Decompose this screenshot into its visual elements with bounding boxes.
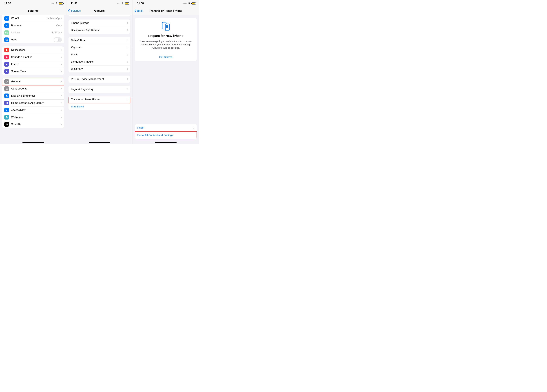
row-label: Bluetooth (11, 24, 56, 27)
home-indicator[interactable] (22, 142, 44, 143)
clock-icon (4, 122, 9, 127)
svg-rect-12 (166, 25, 167, 26)
svg-point-4 (7, 109, 7, 109)
back-label: Settings (71, 9, 81, 12)
row-label: Notifications (11, 48, 61, 52)
chevron-right-icon (127, 22, 128, 24)
row-label: Erase All Content and Settings (137, 134, 195, 137)
group-legal: Legal & Regulatory (68, 86, 130, 93)
row-label: Shut Down (71, 105, 128, 108)
row-sounds[interactable]: Sounds & Haptics (2, 53, 64, 61)
scrollbar[interactable] (132, 47, 132, 97)
row-value: On (56, 24, 60, 27)
back-button[interactable]: Back (134, 7, 143, 15)
row-nfc[interactable]: NFC (68, 15, 130, 16)
accessibility-icon (4, 108, 9, 113)
row-screentime[interactable]: Screen Time (2, 68, 64, 75)
row-label: Background App Refresh (71, 29, 127, 32)
row-label: Reset (137, 126, 193, 129)
row-wallpaper[interactable]: Wallpaper (2, 114, 64, 121)
row-storage[interactable]: iPhone Storage (68, 20, 130, 27)
row-label: Date & Time (71, 39, 127, 42)
chevron-right-icon (61, 95, 62, 97)
row-bluetooth[interactable]: Bluetooth On (2, 22, 64, 29)
group-reset: Transfer or Reset iPhone Shut Down (68, 96, 130, 110)
status-right: •••• (117, 2, 130, 5)
chevron-right-icon (61, 88, 62, 90)
row-display[interactable]: Display & Brightness (2, 92, 64, 100)
row-legal[interactable]: Legal & Regulatory (68, 86, 130, 93)
svg-rect-11 (165, 24, 169, 31)
row-label: WLAN (11, 17, 47, 20)
row-fonts[interactable]: Fonts (68, 51, 130, 58)
brightness-icon (4, 93, 9, 98)
svg-rect-2 (6, 103, 6, 104)
battery-icon (59, 2, 63, 5)
svg-rect-16 (166, 27, 167, 28)
row-wlan[interactable]: WLAN mobitrix-5g (2, 15, 64, 22)
row-label: Sounds & Haptics (11, 56, 61, 59)
row-homescreen[interactable]: Home Screen & App Library (2, 100, 64, 106)
row-erase-all[interactable]: Erase All Content and Settings (135, 132, 197, 139)
chevron-right-icon (61, 56, 62, 58)
row-shutdown[interactable]: Shut Down (68, 103, 130, 110)
chevron-right-icon (61, 80, 62, 83)
row-dictionary[interactable]: Dictionary (68, 65, 130, 73)
row-general[interactable]: General (2, 78, 64, 85)
card-description: Make sure everything's ready to transfer… (138, 40, 194, 50)
svg-rect-13 (167, 25, 168, 26)
row-keyboard[interactable]: Keyboard (68, 44, 130, 51)
wifi-icon (121, 2, 124, 5)
row-label: Dictionary (71, 67, 127, 70)
row-label: VPN (11, 38, 54, 41)
row-vpn-mgmt[interactable]: VPN & Device Management (68, 76, 130, 83)
vpn-toggle[interactable] (54, 37, 62, 42)
row-label: iPhone Storage (71, 21, 127, 25)
row-accessibility[interactable]: Accessibility (2, 106, 64, 114)
card-heading: Prepare for New iPhone (138, 34, 194, 38)
chevron-right-icon (61, 102, 62, 104)
cellular-dots-icon: •••• (183, 2, 187, 5)
cellular-icon (4, 30, 9, 35)
row-value: mobitrix-5g (47, 17, 60, 20)
svg-rect-17 (167, 27, 168, 28)
row-datetime[interactable]: Date & Time (68, 37, 130, 44)
group-input: Date & Time Keyboard Fonts Language & Re… (68, 37, 130, 73)
row-controlcenter[interactable]: Control Center (2, 85, 64, 92)
row-vpn[interactable]: VPN (2, 36, 64, 43)
back-button[interactable]: Settings (68, 7, 81, 15)
row-label: Cellular (11, 31, 51, 34)
settings-content[interactable]: WLAN mobitrix-5g Bluetooth On Cellular N… (0, 15, 66, 144)
row-focus[interactable]: Focus (2, 61, 64, 68)
chevron-right-icon (127, 88, 128, 90)
group-general: General Control Center Display & Brightn… (2, 78, 64, 128)
row-reset[interactable]: Reset (135, 124, 197, 132)
general-content[interactable]: NFC iPhone Storage Background App Refres… (66, 15, 132, 144)
chevron-right-icon (127, 53, 128, 56)
svg-rect-0 (6, 102, 6, 103)
get-started-button[interactable]: Get Started (138, 53, 194, 61)
home-indicator[interactable] (89, 142, 110, 143)
row-language[interactable]: Language & Region (68, 58, 130, 65)
group-reset-options: Reset Erase All Content and Settings (135, 124, 197, 139)
row-value: No SIM (51, 31, 60, 34)
row-cellular[interactable]: Cellular No SIM (2, 29, 64, 36)
row-notifications[interactable]: Notifications (2, 47, 64, 53)
group-storage: iPhone Storage Background App Refresh (68, 20, 130, 34)
group-peek: NFC (68, 15, 130, 16)
home-indicator[interactable] (155, 142, 177, 143)
chevron-right-icon (127, 68, 128, 70)
flower-icon (4, 115, 9, 120)
wifi-icon (188, 2, 191, 5)
status-bar: 11:38 •••• (133, 0, 199, 7)
row-background-refresh[interactable]: Background App Refresh (68, 27, 130, 34)
transfer-reset-screen: 11:38 •••• Back Transfer or Reset iPhone (133, 0, 199, 144)
chevron-right-icon (61, 123, 62, 125)
back-label: Back (137, 9, 143, 13)
two-iphones-icon (138, 22, 194, 31)
row-standby[interactable]: StandBy (2, 121, 64, 128)
transfer-content[interactable]: Prepare for New iPhone Make sure everyth… (133, 15, 199, 144)
chevron-right-icon (61, 109, 62, 111)
chevron-right-icon (61, 49, 62, 51)
row-transfer-reset[interactable]: Transfer or Reset iPhone (68, 96, 130, 103)
